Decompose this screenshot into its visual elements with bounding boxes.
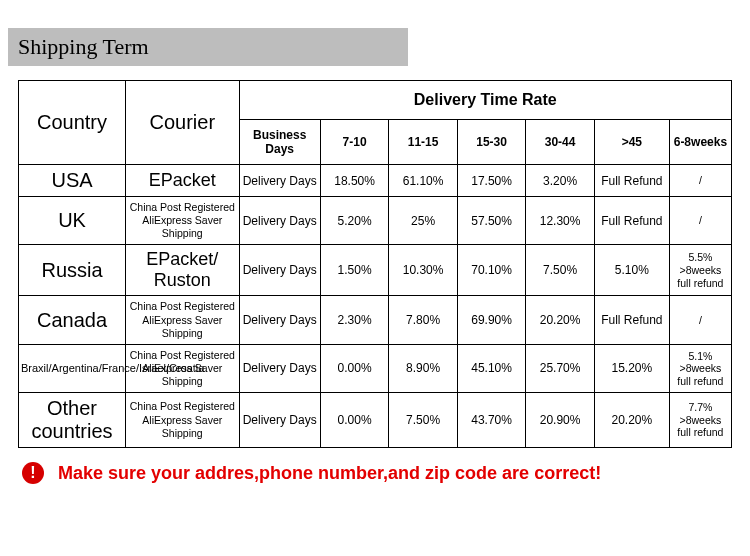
table-row: Other countriesChina Post Registered Ali…: [19, 393, 732, 448]
data-cell: 1.50%: [320, 245, 389, 296]
header-delivery-time: Delivery Time Rate: [239, 81, 731, 120]
courier-cell: China Post Registered AliExpress Saver S…: [126, 296, 239, 344]
delivery-days-label: Delivery Days: [239, 296, 320, 344]
country-cell: Other countries: [19, 393, 126, 448]
header-range: 6-8weeks: [669, 120, 731, 165]
warning-message: ! Make sure your addres,phone number,and…: [22, 462, 750, 484]
data-cell: 5.10%: [594, 245, 669, 296]
data-cell: 12.30%: [526, 197, 595, 245]
data-cell: 17.50%: [457, 165, 526, 197]
data-cell: 25%: [389, 197, 458, 245]
table-row: CanadaChina Post Registered AliExpress S…: [19, 296, 732, 344]
data-cell: 7.80%: [389, 296, 458, 344]
data-cell: 20.20%: [594, 393, 669, 448]
header-range: 7-10: [320, 120, 389, 165]
data-cell: 15.20%: [594, 344, 669, 392]
data-cell: 45.10%: [457, 344, 526, 392]
table-row: UKChina Post Registered AliExpress Saver…: [19, 197, 732, 245]
data-cell: 8.90%: [389, 344, 458, 392]
section-title: Shipping Term: [8, 28, 408, 66]
data-cell: /: [669, 197, 731, 245]
header-country: Country: [19, 81, 126, 165]
delivery-days-label: Delivery Days: [239, 344, 320, 392]
data-cell: Full Refund: [594, 296, 669, 344]
data-cell: 5.1% >8weeks full refund: [669, 344, 731, 392]
country-cell: Canada: [19, 296, 126, 344]
courier-cell: EPacket: [126, 165, 239, 197]
shipping-table-container: Country Courier Delivery Time Rate Busin…: [0, 80, 750, 448]
data-cell: 10.30%: [389, 245, 458, 296]
table-header-row: Country Courier Delivery Time Rate: [19, 81, 732, 120]
warning-icon: !: [22, 462, 44, 484]
courier-cell: China Post Registered AliExpress Saver S…: [126, 197, 239, 245]
data-cell: 0.00%: [320, 393, 389, 448]
data-cell: 2.30%: [320, 296, 389, 344]
header-courier: Courier: [126, 81, 239, 165]
data-cell: 57.50%: [457, 197, 526, 245]
country-cell: Braxil/Argentina/France/Israel/Croatia: [19, 344, 126, 392]
data-cell: 20.20%: [526, 296, 595, 344]
delivery-days-label: Delivery Days: [239, 245, 320, 296]
table-row: Braxil/Argentina/France/Israel/CroatiaCh…: [19, 344, 732, 392]
header-range: >45: [594, 120, 669, 165]
header-range: 11-15: [389, 120, 458, 165]
data-cell: Full Refund: [594, 165, 669, 197]
header-business-days: Business Days: [239, 120, 320, 165]
data-cell: 7.50%: [526, 245, 595, 296]
table-row: RussiaEPacket/ RustonDelivery Days1.50%1…: [19, 245, 732, 296]
delivery-days-label: Delivery Days: [239, 197, 320, 245]
courier-cell: China Post Registered AliExpress Saver S…: [126, 344, 239, 392]
data-cell: 43.70%: [457, 393, 526, 448]
country-cell: USA: [19, 165, 126, 197]
courier-cell: China Post Registered AliExpress Saver S…: [126, 393, 239, 448]
data-cell: Full Refund: [594, 197, 669, 245]
data-cell: 69.90%: [457, 296, 526, 344]
data-cell: 7.50%: [389, 393, 458, 448]
country-cell: Russia: [19, 245, 126, 296]
delivery-days-label: Delivery Days: [239, 393, 320, 448]
data-cell: /: [669, 165, 731, 197]
data-cell: 18.50%: [320, 165, 389, 197]
header-range: 30-44: [526, 120, 595, 165]
data-cell: 5.5% >8weeks full refund: [669, 245, 731, 296]
data-cell: 25.70%: [526, 344, 595, 392]
shipping-table: Country Courier Delivery Time Rate Busin…: [18, 80, 732, 448]
delivery-days-label: Delivery Days: [239, 165, 320, 197]
data-cell: 3.20%: [526, 165, 595, 197]
data-cell: 5.20%: [320, 197, 389, 245]
data-cell: /: [669, 296, 731, 344]
warning-text: Make sure your addres,phone number,and z…: [58, 463, 601, 484]
data-cell: 7.7% >8weeks full refund: [669, 393, 731, 448]
data-cell: 70.10%: [457, 245, 526, 296]
data-cell: 61.10%: [389, 165, 458, 197]
data-cell: 20.90%: [526, 393, 595, 448]
country-cell: UK: [19, 197, 126, 245]
courier-cell: EPacket/ Ruston: [126, 245, 239, 296]
data-cell: 0.00%: [320, 344, 389, 392]
header-range: 15-30: [457, 120, 526, 165]
table-row: USAEPacketDelivery Days18.50%61.10%17.50…: [19, 165, 732, 197]
